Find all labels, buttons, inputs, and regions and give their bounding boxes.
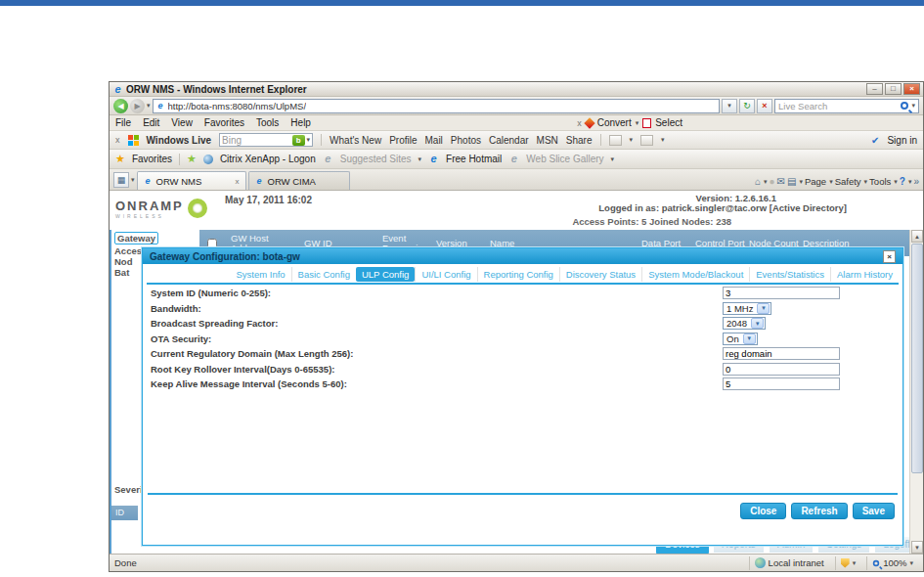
menu-tools[interactable]: Tools [256, 117, 279, 128]
wl-photo-icon[interactable] [640, 135, 653, 146]
keep-alive-interval-input[interactable] [723, 377, 840, 390]
col-version[interactable]: Version [432, 239, 486, 248]
address-input[interactable]: e http://bota-nms:8080/nms/UlpMS/ [153, 99, 720, 113]
back-button[interactable]: ◀ [113, 99, 128, 113]
tab-events-statistics[interactable]: Events/Statistics [749, 267, 830, 282]
search-icon[interactable] [901, 102, 908, 110]
sidebar-item-node[interactable]: Nod [114, 256, 132, 267]
search-dropdown-icon[interactable]: ▾ [911, 102, 915, 110]
forward-button[interactable]: ▶ [130, 99, 145, 113]
history-dropdown-icon[interactable]: ▾ [147, 102, 151, 110]
favorites-button[interactable]: Favorites [132, 154, 172, 164]
bandwidth-select[interactable]: 1 MHz▼ [723, 302, 771, 315]
web-slice-dropdown-icon[interactable]: ▾ [611, 155, 615, 163]
help-button[interactable]: ?▾ [900, 176, 912, 187]
save-button[interactable]: Save [853, 503, 895, 519]
sidebar-item-gateway[interactable]: Gateway [114, 232, 158, 244]
menu-view[interactable]: View [171, 117, 193, 128]
tab-list-dropdown-icon[interactable]: ▾ [131, 176, 135, 184]
protected-mode-segment[interactable]: ▾ [835, 556, 861, 570]
title-bar[interactable]: e ORW NMS - Windows Internet Explorer – … [110, 82, 923, 97]
toolbar-overflow-chevron[interactable]: » [913, 176, 919, 187]
toolbar-close-icon[interactable]: x [115, 135, 120, 145]
select-all-checkbox[interactable] [207, 239, 217, 248]
tab-system-info[interactable]: System Info [230, 267, 290, 282]
wl-link-calendar[interactable]: Calendar [489, 135, 529, 146]
refresh-button[interactable]: ↻ [739, 99, 755, 113]
id-column-header[interactable]: ID [111, 506, 138, 520]
web-slice-gallery-link[interactable]: Web Slice Gallery [526, 154, 603, 164]
zoom-control[interactable]: 100% ▾ [866, 556, 918, 570]
close-button[interactable]: × [903, 83, 920, 95]
scrollbar-thumb[interactable] [911, 244, 923, 473]
snagit-convert-dropdown-icon[interactable]: ▾ [636, 119, 639, 127]
windows-live-label[interactable]: Windows Live [147, 135, 212, 146]
bing-search-input[interactable]: Bing b ▾ [219, 133, 313, 147]
minimize-button[interactable]: – [866, 83, 883, 95]
live-search-box[interactable]: Live Search ▾ [774, 99, 919, 113]
read-mail-button[interactable]: ✉ [777, 176, 785, 187]
dialog-close-icon[interactable]: × [883, 250, 896, 263]
snagit-convert-button[interactable]: Convert [597, 117, 632, 128]
page-menu-button[interactable]: Page▾ [805, 176, 833, 187]
tab-orw-cima[interactable]: e ORW CIMA [248, 171, 350, 190]
tab-reporting-config[interactable]: Reporting Config [477, 267, 559, 282]
favorite-citrix-link[interactable]: Citrix XenApp - Logon [220, 154, 316, 164]
tab-uili-config[interactable]: UI/LI Config [415, 267, 476, 282]
suggested-sites-link[interactable]: Suggested Sites [340, 154, 412, 164]
wl-link-whats-new[interactable]: What's New [330, 135, 381, 146]
feeds-button[interactable]: ● [770, 176, 775, 187]
tab-discovery-status[interactable]: Discovery Status [559, 267, 641, 282]
scroll-up-icon[interactable]: ▲ [911, 230, 923, 243]
sidebar-item-batch[interactable]: Bat [114, 267, 129, 278]
refresh-button[interactable]: Refresh [791, 503, 847, 519]
home-button[interactable]: ⌂▾ [755, 176, 768, 187]
suggested-sites-dropdown-icon[interactable]: ▾ [418, 155, 422, 163]
col-control-port[interactable]: Control Port [691, 239, 745, 248]
col-name[interactable]: Name [486, 239, 638, 248]
stop-button[interactable]: × [757, 99, 772, 113]
menu-edit[interactable]: Edit [143, 117, 159, 128]
broadcast-spreading-factor-select[interactable]: 2048▼ [723, 317, 766, 330]
tab-basic-config[interactable]: Basic Config [291, 267, 356, 282]
tab-ulp-config[interactable]: ULP Config [356, 267, 415, 282]
tab-orw-nms[interactable]: e ORW NMS x [137, 171, 246, 190]
free-hotmail-link[interactable]: Free Hotmail [446, 154, 502, 164]
ota-security-select[interactable]: On▼ [723, 333, 758, 345]
col-data-port[interactable]: Data Port [638, 239, 691, 248]
col-node-count[interactable]: Node Count [745, 239, 799, 248]
tab-system-mode-blackout[interactable]: System Mode/Blackout [641, 267, 749, 282]
quick-tabs-icon[interactable]: ▦ [113, 172, 129, 188]
wl-link-profile[interactable]: Profile [389, 135, 417, 146]
menu-favorites[interactable]: Favorites [204, 117, 244, 128]
wl-photo-dropdown-icon[interactable]: ▾ [661, 136, 665, 144]
tab-close-icon[interactable]: x [236, 177, 240, 186]
regulatory-domain-input[interactable] [723, 347, 840, 360]
snagit-select-button[interactable]: Select [655, 117, 682, 128]
system-id-input[interactable] [723, 287, 840, 299]
bing-dropdown-icon[interactable]: ▾ [307, 136, 311, 144]
wl-link-msn[interactable]: MSN [537, 135, 558, 146]
bing-search-button[interactable]: b [292, 135, 305, 146]
add-favorite-icon[interactable]: ★ [187, 153, 197, 165]
col-description[interactable]: Description [799, 239, 909, 248]
wl-email-icon[interactable] [609, 135, 622, 146]
maximize-button[interactable]: □ [885, 83, 902, 95]
col-gw-id[interactable]: GW ID [300, 239, 378, 248]
safety-menu-button[interactable]: Safety▾ [835, 176, 867, 187]
close-dialog-button[interactable]: Close [740, 503, 786, 519]
url-text[interactable]: http://bota-nms:8080/nms/UlpMS/ [168, 101, 307, 111]
wl-link-mail[interactable]: Mail [425, 135, 443, 146]
tools-menu-button[interactable]: Tools▾ [869, 176, 898, 187]
root-key-rollover-input[interactable] [723, 363, 840, 376]
snagit-close-icon[interactable]: x [577, 118, 582, 128]
menu-file[interactable]: File [115, 117, 131, 128]
wl-link-photos[interactable]: Photos [451, 135, 481, 146]
scroll-down-icon[interactable]: ▼ [911, 541, 923, 554]
menu-help[interactable]: Help [290, 117, 311, 128]
wl-email-dropdown-icon[interactable]: ▾ [630, 136, 634, 144]
signin-button[interactable]: Sign in [887, 135, 917, 146]
address-dropdown-button[interactable]: ▾ [722, 99, 737, 113]
print-button[interactable]: ▤▾ [787, 176, 803, 187]
tab-alarm-history[interactable]: Alarm History [830, 267, 899, 282]
